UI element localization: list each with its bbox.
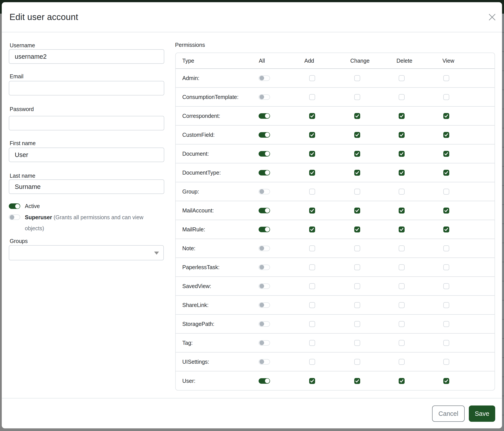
permission-change-checkbox[interactable] (354, 245, 360, 251)
toggle-knob (265, 152, 270, 156)
permission-view-checkbox[interactable] (443, 340, 449, 346)
permission-view-checkbox[interactable] (443, 245, 449, 251)
permission-add-checkbox[interactable] (309, 264, 315, 270)
permission-add-checkbox[interactable] (309, 340, 315, 346)
permission-change-checkbox[interactable] (354, 94, 360, 100)
permission-change-checkbox[interactable] (354, 132, 360, 138)
permission-add-checkbox[interactable] (309, 245, 315, 251)
close-icon[interactable] (487, 12, 497, 22)
permission-change-checkbox[interactable] (354, 264, 360, 270)
permission-change-checkbox[interactable] (354, 189, 360, 195)
permission-all-toggle[interactable] (259, 170, 270, 175)
permission-delete-checkbox[interactable] (399, 132, 405, 138)
permission-view-checkbox[interactable] (443, 151, 449, 157)
permission-view-checkbox[interactable] (443, 283, 449, 289)
email-input[interactable] (9, 81, 164, 95)
permission-add-checkbox[interactable] (309, 170, 315, 176)
permission-view-checkbox[interactable] (443, 132, 449, 138)
permission-all-toggle[interactable] (259, 113, 270, 119)
permission-add-checkbox[interactable] (309, 321, 315, 327)
groups-select[interactable] (9, 245, 164, 260)
permission-add-checkbox[interactable] (309, 151, 315, 157)
permission-view-checkbox[interactable] (443, 302, 449, 308)
permission-all-toggle[interactable] (259, 208, 270, 213)
permission-all-toggle[interactable] (259, 94, 270, 100)
permissions-label: Permissions (175, 42, 205, 48)
last-name-input[interactable] (9, 180, 164, 194)
permission-change-checkbox[interactable] (354, 283, 360, 289)
permission-add-checkbox[interactable] (309, 302, 315, 308)
permission-change-checkbox[interactable] (354, 340, 360, 346)
permission-view-checkbox[interactable] (443, 321, 449, 327)
permission-all-toggle[interactable] (259, 302, 270, 308)
permission-delete-checkbox[interactable] (399, 245, 405, 251)
permission-delete-checkbox[interactable] (399, 151, 405, 157)
permission-all-toggle[interactable] (259, 132, 270, 138)
permission-delete-checkbox[interactable] (399, 207, 405, 214)
save-button[interactable]: Save (469, 405, 495, 422)
permission-change-checkbox[interactable] (354, 321, 360, 327)
permission-add-checkbox[interactable] (309, 226, 315, 233)
permission-view-checkbox[interactable] (443, 170, 449, 176)
permission-all-toggle[interactable] (259, 359, 270, 365)
permission-add-checkbox[interactable] (309, 94, 315, 100)
toggle-knob (265, 114, 270, 118)
permission-all-toggle[interactable] (259, 151, 270, 157)
permission-view-checkbox[interactable] (443, 113, 449, 119)
permission-delete-checkbox[interactable] (399, 170, 405, 176)
permission-all-toggle[interactable] (259, 189, 270, 194)
permission-all-toggle[interactable] (259, 246, 270, 251)
permission-delete-checkbox[interactable] (399, 264, 405, 270)
permission-change-checkbox[interactable] (354, 207, 360, 214)
permission-view-checkbox[interactable] (443, 264, 449, 270)
permission-view-checkbox[interactable] (443, 75, 449, 81)
permission-add-checkbox[interactable] (309, 378, 315, 384)
active-toggle[interactable] (9, 203, 20, 209)
chevron-down-icon (154, 251, 159, 255)
permission-add-checkbox[interactable] (309, 132, 315, 138)
permission-change-checkbox[interactable] (354, 75, 360, 81)
permission-add-checkbox[interactable] (309, 189, 315, 195)
first-name-input[interactable] (9, 148, 164, 162)
permission-change-checkbox[interactable] (354, 302, 360, 308)
permission-change-checkbox[interactable] (354, 113, 360, 119)
permission-delete-checkbox[interactable] (399, 378, 405, 384)
permission-add-checkbox[interactable] (309, 283, 315, 289)
permission-change-checkbox[interactable] (354, 359, 360, 365)
permission-delete-checkbox[interactable] (399, 113, 405, 119)
permission-all-toggle[interactable] (259, 378, 270, 384)
permission-all-toggle[interactable] (259, 75, 270, 81)
permission-delete-checkbox[interactable] (399, 321, 405, 327)
permission-all-toggle[interactable] (259, 227, 270, 232)
password-input[interactable] (9, 116, 164, 130)
permission-all-toggle[interactable] (259, 283, 270, 289)
permission-change-checkbox[interactable] (354, 170, 360, 176)
cancel-button[interactable]: Cancel (432, 405, 465, 422)
permission-all-toggle[interactable] (259, 265, 270, 270)
permission-add-checkbox[interactable] (309, 359, 315, 365)
permission-view-checkbox[interactable] (443, 359, 449, 365)
permission-all-toggle[interactable] (259, 321, 270, 327)
permission-view-checkbox[interactable] (443, 189, 449, 195)
permission-delete-checkbox[interactable] (399, 359, 405, 365)
permission-delete-checkbox[interactable] (399, 340, 405, 346)
permission-add-checkbox[interactable] (309, 113, 315, 119)
permission-add-checkbox[interactable] (309, 207, 315, 214)
permission-change-checkbox[interactable] (354, 226, 360, 233)
permission-view-checkbox[interactable] (443, 207, 449, 214)
permission-delete-checkbox[interactable] (399, 189, 405, 195)
permission-delete-checkbox[interactable] (399, 94, 405, 100)
permission-delete-checkbox[interactable] (399, 283, 405, 289)
permission-change-checkbox[interactable] (354, 378, 360, 384)
permission-view-checkbox[interactable] (443, 378, 449, 384)
permission-delete-checkbox[interactable] (399, 75, 405, 81)
username-input[interactable] (9, 49, 164, 64)
superuser-toggle[interactable] (9, 214, 20, 220)
permission-delete-checkbox[interactable] (399, 302, 405, 308)
permission-view-checkbox[interactable] (443, 94, 449, 100)
permission-add-checkbox[interactable] (309, 75, 315, 81)
permission-change-checkbox[interactable] (354, 151, 360, 157)
permission-all-toggle[interactable] (259, 340, 270, 346)
permission-delete-checkbox[interactable] (399, 226, 405, 233)
permission-view-checkbox[interactable] (443, 226, 449, 233)
